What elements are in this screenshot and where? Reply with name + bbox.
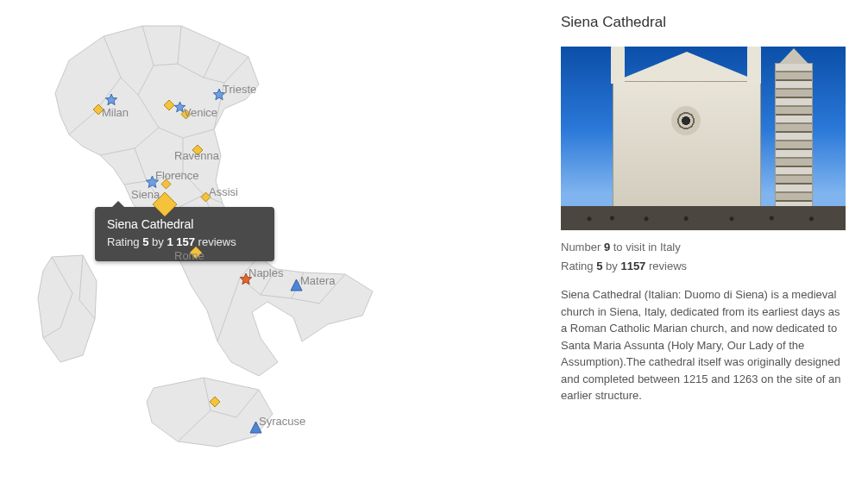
italy-map[interactable]: .land { fill:#e7e7e7; stroke:#c8c8c8; st… [0,0,552,482]
svg-marker-5 [213,89,224,100]
tooltip-reviews-suffix: reviews [198,235,236,248]
rank-prefix: Number [561,241,601,254]
reviews-value: 1157 [620,260,645,272]
tooltip-by: by [152,235,164,248]
italy-map-svg: .land { fill:#e7e7e7; stroke:#c8c8c8; st… [0,0,552,482]
place-title: Siena Cathedral [561,14,851,31]
tooltip-title: Siena Cathedral [107,216,262,234]
rating-line: Rating 5 by 1157 reviews [561,258,851,275]
rank-value: 9 [604,241,610,254]
place-photo [561,47,846,230]
svg-marker-6 [192,145,203,155]
tooltip-rating-prefix: Rating [107,235,140,248]
svg-marker-8 [153,192,177,216]
svg-marker-12 [240,273,251,285]
rating-value: 5 [596,260,602,272]
map-tooltip: Siena Cathedral Rating 5 by 1 157 review… [95,207,274,261]
rank-suffix: to visit in Italy [613,241,681,254]
rank-line: Number 9 to visit in Italy [561,239,851,256]
svg-marker-4 [181,110,191,119]
svg-marker-7 [146,176,158,188]
svg-marker-10 [201,192,211,202]
svg-marker-9 [161,179,171,189]
place-description: Siena Cathedral (Italian: Duomo di Siena… [561,286,846,404]
svg-marker-1 [93,104,104,115]
info-panel: Siena Cathedral Number 9 to visit in Ita… [552,0,868,482]
svg-marker-15 [250,422,261,433]
svg-marker-0 [105,94,116,105]
tooltip-rating-line: Rating 5 by 1 157 reviews [107,234,262,251]
rating-by: by [606,260,618,272]
rating-prefix: Rating [561,260,594,272]
tooltip-rating-value: 5 [142,235,148,248]
reviews-suffix: reviews [649,260,687,272]
svg-marker-13 [291,279,302,291]
svg-marker-11 [190,247,202,259]
svg-marker-14 [210,397,220,407]
